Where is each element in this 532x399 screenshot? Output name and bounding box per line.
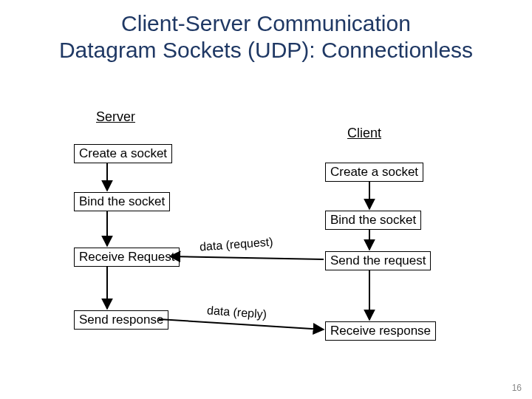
- arrows-layer: [0, 0, 532, 399]
- arrow-request: [170, 256, 324, 259]
- arrow-reply: [159, 319, 324, 330]
